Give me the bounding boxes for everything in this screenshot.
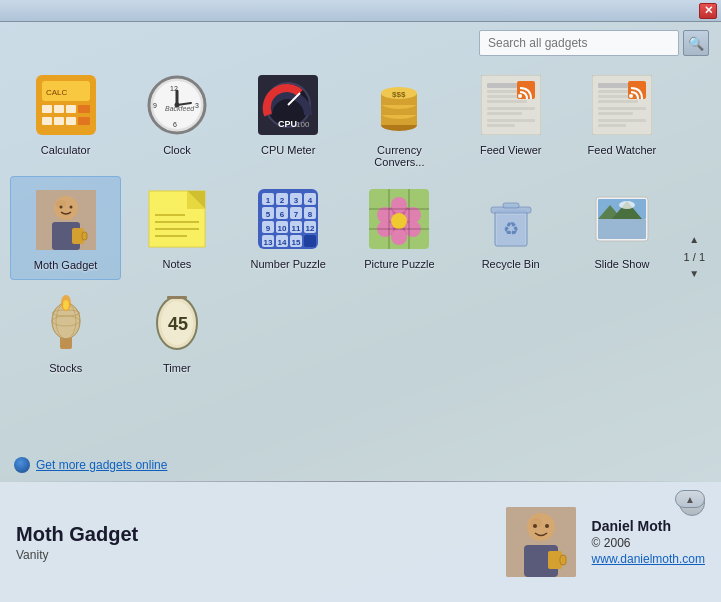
gadget-item-recycle-bin[interactable]: ♻ Recycle Bin xyxy=(455,176,566,280)
scroll-up-button[interactable]: ▲ xyxy=(675,490,705,508)
gadget-icon-cpu-meter: CPU 100 xyxy=(253,70,323,140)
svg-rect-7 xyxy=(54,117,64,125)
gadget-icon-picture-puzzle xyxy=(364,184,434,254)
gadget-label-feed-watcher: Feed Watcher xyxy=(588,144,657,156)
svg-rect-2 xyxy=(42,105,52,113)
gadget-item-currency[interactable]: $$$ Currency Convers... xyxy=(344,62,455,176)
svg-text:2: 2 xyxy=(280,196,285,205)
detail-author-url[interactable]: www.danielmoth.com xyxy=(592,552,705,566)
gadget-item-calculator[interactable]: CALC Calculator xyxy=(10,62,121,176)
svg-text:♻: ♻ xyxy=(503,219,519,239)
svg-text:15: 15 xyxy=(292,238,301,247)
svg-text:CPU: CPU xyxy=(278,119,297,129)
search-input[interactable] xyxy=(479,30,679,56)
gadget-item-moth-gadget[interactable]: Moth Gadget xyxy=(10,176,121,280)
svg-point-105 xyxy=(391,197,407,213)
svg-rect-35 xyxy=(487,83,517,88)
detail-gadget-subtitle: Vanity xyxy=(16,548,490,562)
gadget-icon-notes xyxy=(142,184,212,254)
svg-point-57 xyxy=(54,196,78,220)
gadget-item-feed-viewer[interactable]: Feed Viewer xyxy=(455,62,566,176)
gadget-label-cpu-meter: CPU Meter xyxy=(261,144,315,156)
svg-text:12: 12 xyxy=(306,224,315,233)
svg-rect-38 xyxy=(487,100,527,103)
gadget-icon-clock: 12 3 6 9 Backfeed xyxy=(142,70,212,140)
svg-point-40 xyxy=(518,94,522,98)
svg-rect-41 xyxy=(487,107,535,110)
page-info: 1 / 1 xyxy=(684,251,705,263)
svg-rect-61 xyxy=(82,232,87,240)
svg-rect-144 xyxy=(560,555,566,565)
gadget-icon-feed-viewer xyxy=(476,70,546,140)
gadget-label-clock: Clock xyxy=(163,144,191,156)
gadget-item-slide-show[interactable]: Slide Show xyxy=(566,176,677,280)
svg-rect-120 xyxy=(503,203,519,208)
svg-text:100: 100 xyxy=(296,120,310,129)
svg-point-63 xyxy=(69,206,72,209)
svg-rect-44 xyxy=(487,124,515,127)
svg-text:$$$: $$$ xyxy=(392,90,406,99)
gadget-item-stocks[interactable]: Stocks xyxy=(10,280,121,382)
svg-rect-125 xyxy=(598,219,646,239)
detail-gadget-name: Moth Gadget xyxy=(16,523,490,546)
gadget-label-slide-show: Slide Show xyxy=(594,258,649,270)
gadget-item-cpu-meter[interactable]: CPU 100 CPU Meter xyxy=(233,62,344,176)
gadget-label-notes: Notes xyxy=(163,258,192,270)
gadget-icon-slide-show xyxy=(587,184,657,254)
search-button[interactable]: 🔍 xyxy=(683,30,709,56)
svg-rect-46 xyxy=(598,83,628,88)
svg-rect-43 xyxy=(487,119,535,122)
gadget-item-notes[interactable]: Notes xyxy=(121,176,232,280)
get-more-section: Get more gadgets online xyxy=(0,451,721,481)
page-up-button[interactable]: ▲ xyxy=(685,233,703,247)
close-button[interactable]: ✕ xyxy=(699,3,717,19)
svg-text:11: 11 xyxy=(292,224,301,233)
svg-point-145 xyxy=(533,524,537,528)
gadget-label-recycle-bin: Recycle Bin xyxy=(482,258,540,270)
detail-author-image xyxy=(506,507,576,577)
detail-gadget-info: Moth Gadget Vanity xyxy=(16,523,490,562)
svg-text:4: 4 xyxy=(308,196,313,205)
gadget-label-timer: Timer xyxy=(163,362,191,374)
svg-text:1: 1 xyxy=(266,196,271,205)
svg-text:7: 7 xyxy=(294,210,299,219)
svg-rect-52 xyxy=(598,107,646,110)
svg-text:14: 14 xyxy=(278,238,287,247)
svg-point-146 xyxy=(545,524,549,528)
gadget-item-feed-watcher[interactable]: Feed Watcher xyxy=(566,62,677,176)
gadget-icon-currency: $$$ xyxy=(364,70,434,140)
gadgets-grid: CALC Calculator 12 3 6 9 Backfeed Clock xyxy=(10,62,678,451)
detail-author-year: © 2006 xyxy=(592,536,705,550)
gadget-item-number-puzzle[interactable]: 1 2 3 4 5 6 7 8 9 10 11 12 13 14 15 Numb… xyxy=(233,176,344,280)
gadget-label-moth-gadget: Moth Gadget xyxy=(34,259,98,271)
gadget-label-picture-puzzle: Picture Puzzle xyxy=(364,258,434,270)
svg-text:3: 3 xyxy=(294,196,299,205)
svg-text:10: 10 xyxy=(278,224,287,233)
svg-point-62 xyxy=(59,206,62,209)
svg-rect-4 xyxy=(66,105,76,113)
gadget-icon-timer: 45 xyxy=(142,288,212,358)
svg-point-126 xyxy=(619,201,635,209)
title-bar: ✕ xyxy=(0,0,721,22)
svg-text:13: 13 xyxy=(264,238,273,247)
svg-rect-138 xyxy=(167,296,187,299)
svg-rect-55 xyxy=(598,124,626,127)
gadget-label-stocks: Stocks xyxy=(49,362,82,374)
svg-rect-54 xyxy=(598,119,646,122)
details-panel: Moth Gadget Vanity xyxy=(0,482,721,602)
gadget-item-picture-puzzle[interactable]: Picture Puzzle xyxy=(344,176,455,280)
globe-icon xyxy=(14,457,30,473)
gadget-item-timer[interactable]: 45 Timer xyxy=(121,280,232,382)
gadget-label-calculator: Calculator xyxy=(41,144,91,156)
gadget-label-currency: Currency Convers... xyxy=(354,144,444,168)
svg-text:45: 45 xyxy=(168,314,188,334)
gadget-icon-feed-watcher xyxy=(587,70,657,140)
gadget-item-clock[interactable]: 12 3 6 9 Backfeed Clock xyxy=(121,62,232,176)
gadget-icon-recycle-bin: ♻ xyxy=(476,184,546,254)
svg-rect-42 xyxy=(487,112,522,115)
svg-rect-8 xyxy=(66,117,76,125)
page-down-button[interactable]: ▼ xyxy=(685,267,703,281)
main-content: 🔍 CALC Calculator 12 3 xyxy=(0,22,721,602)
get-more-link[interactable]: Get more gadgets online xyxy=(36,458,167,472)
svg-text:6: 6 xyxy=(280,210,285,219)
